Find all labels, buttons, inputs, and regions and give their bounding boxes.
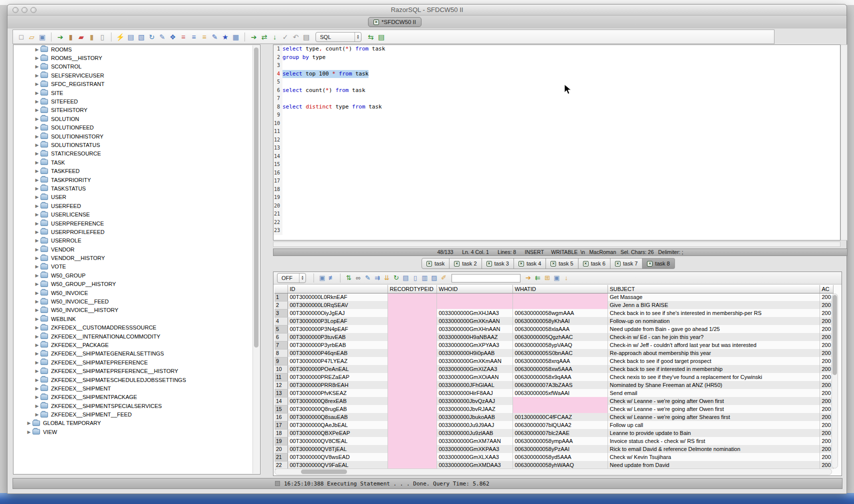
align-sql-icon[interactable]: ≡ (199, 32, 210, 42)
row-number-cell[interactable]: 5 (274, 325, 288, 333)
save-icon[interactable]: ▣ (37, 32, 48, 42)
grid-cell[interactable]: 0033000000JbvQzAAJ (436, 397, 512, 405)
disclosure-triangle-icon[interactable]: ▶ (34, 194, 40, 200)
grid-cell[interactable]: 006300000058ypVAAQ (512, 341, 608, 349)
editor-line[interactable]: 22 (274, 218, 840, 227)
row-number-cell[interactable]: 18 (274, 429, 288, 437)
open-file-icon[interactable]: ▱ (26, 32, 37, 42)
grid-cell[interactable] (388, 413, 436, 421)
tree-item[interactable]: ▶TASK (14, 158, 260, 166)
editor-vertical-scrollbar[interactable] (840, 44, 848, 240)
add-notes-icon[interactable]: ⊞ (542, 273, 552, 283)
close-connection-icon[interactable]: × (374, 20, 379, 25)
search-go-icon[interactable]: ➔ (524, 273, 533, 283)
row-number-cell[interactable]: 13 (274, 389, 288, 397)
connection-info-icon[interactable]: ▯ (97, 32, 108, 42)
results-view-icon[interactable]: ▤ (376, 32, 386, 42)
disclosure-triangle-icon[interactable]: ▶ (34, 230, 40, 234)
undo-icon[interactable]: ↶ (290, 32, 301, 42)
grid-cell[interactable]: 0033000000H9i0pAAB (436, 349, 512, 357)
execute-sql-icon[interactable]: ⚡ (115, 32, 126, 42)
insert-row-icon[interactable]: ⇉ (372, 273, 382, 283)
disconnect-icon[interactable]: ▮ (66, 32, 76, 42)
grid-cell[interactable] (388, 309, 436, 317)
grid-cell[interactable]: 00T3000000P3tuvEAB (288, 333, 388, 341)
execute-file-icon[interactable]: ▧ (136, 32, 146, 42)
grid-cell[interactable]: 00T3000000P46qnEAB (288, 349, 388, 357)
disclosure-triangle-icon[interactable]: ▶ (34, 168, 40, 174)
grid-cell[interactable]: 00630000007blQUAA2 (512, 421, 608, 429)
disclosure-triangle-icon[interactable]: ▶ (34, 116, 40, 122)
grid-cell[interactable] (436, 293, 512, 301)
reload-query-icon[interactable]: ↻ (392, 273, 401, 283)
grid-cell[interactable]: Re-approach about membership this year (608, 349, 820, 357)
tree-item[interactable]: ▶SCONTROL (14, 62, 260, 71)
editor-line[interactable]: 2group by type (274, 54, 840, 62)
tree-item[interactable]: ▶SFDC_REGISTRANT (14, 80, 260, 88)
grid-cell[interactable]: 00T3000000PREZaEAP (288, 373, 388, 381)
row-number-cell[interactable]: 2 (274, 301, 288, 309)
grid-cell[interactable]: 0033000000JbvRJAAZ (436, 405, 512, 413)
tree-item[interactable]: ▶W50_INVOICE (14, 288, 260, 297)
grid-cell[interactable]: 00T3000000L0RknEAF (288, 293, 388, 301)
grid-cell[interactable]: 006300000058ympAAA (512, 437, 608, 445)
editor-line[interactable]: 4select top 100 * from task (274, 70, 840, 78)
grid-cell[interactable] (388, 341, 436, 349)
help-book-icon[interactable]: ❖ (168, 32, 178, 42)
grid-cell[interactable]: Check w/ Leanne - we're going after Owen… (608, 405, 820, 413)
disclosure-triangle-icon[interactable]: ▶ (34, 247, 40, 252)
disclosure-triangle-icon[interactable]: ▶ (34, 299, 40, 304)
tree-item[interactable]: ▶GLOBAL TEMPORARY (14, 419, 260, 428)
grid-cell[interactable] (388, 421, 436, 429)
disclosure-triangle-icon[interactable]: ▶ (34, 308, 40, 312)
sql-editor[interactable]: 1select type, count(*) from task2group b… (273, 44, 840, 240)
grid-cell[interactable]: 00T3000000Q8sauEAB (288, 413, 388, 421)
save-results-icon[interactable]: ▣ (318, 273, 327, 283)
grid-cell[interactable] (388, 317, 436, 325)
tree-item[interactable]: ▶VIEW (14, 428, 260, 436)
disclosure-triangle-icon[interactable]: ▶ (34, 264, 40, 269)
statement-type-select[interactable]: SQL ▲▼ (316, 32, 362, 42)
editor-line[interactable]: 1select type, count(*) from task (274, 45, 840, 54)
disclosure-triangle-icon[interactable]: ▶ (34, 186, 40, 191)
tree-item[interactable]: ▶ZKFEDEX__SHIPMATEGENERALSETTINGS (14, 350, 260, 358)
grid-cell[interactable]: 00630000007blc2AAE (512, 429, 608, 437)
grid-cell[interactable]: Rick to email David & reference Delmonte… (608, 445, 820, 453)
grid-cell[interactable]: 0033000000HirF8AAJ (436, 389, 512, 397)
grid-cell[interactable]: 00630000005xfWaAAI (512, 389, 608, 397)
grid-cell[interactable] (388, 453, 436, 461)
row-number-cell[interactable]: 1 (274, 293, 288, 301)
row-number-cell[interactable]: 20 (274, 445, 288, 453)
close-tab-icon[interactable]: × (583, 261, 588, 266)
disclosure-triangle-icon[interactable]: ▶ (34, 142, 40, 148)
tree-item[interactable]: ▶ZKFEDEX__SHIPMATEPREFERENCE (14, 358, 260, 366)
tree-item[interactable]: ▶USERLICENSE (14, 210, 260, 218)
result-tab[interactable]: ×task 4 (514, 258, 546, 269)
grid-cell[interactable]: 00T3000000PRR8rEAH (288, 381, 388, 389)
grid-cell[interactable]: 006300000058xw5AAA (512, 365, 608, 373)
tree-item[interactable]: ▶ZKFEDEX__SHIPMENT (14, 384, 260, 392)
disclosure-triangle-icon[interactable]: ▶ (34, 64, 40, 69)
grid-cell[interactable]: Invoice status check - check w/ RS first (608, 437, 820, 445)
generate-sql-icon[interactable]: ✐ (439, 273, 448, 283)
grid-cell[interactable]: Check nexis to see if they've found a re… (608, 373, 820, 381)
disclosure-triangle-icon[interactable]: ▶ (34, 256, 40, 260)
tree-item[interactable]: ▶TASKPRIORITY (14, 176, 260, 184)
grid-cell[interactable]: Check back to see if interested in membe… (608, 365, 820, 373)
row-number-cell[interactable]: 15 (274, 405, 288, 413)
disclosure-triangle-icon[interactable]: ▶ (26, 420, 32, 426)
compare-icon[interactable]: ⇆ (366, 32, 376, 42)
disclosure-triangle-icon[interactable]: ▶ (34, 325, 40, 330)
disclosure-triangle-icon[interactable]: ▶ (34, 56, 40, 60)
grid-cell[interactable] (388, 429, 436, 437)
row-number-cell[interactable]: 9 (274, 357, 288, 365)
column-header[interactable]: RECORDTYPEID (388, 285, 436, 293)
disclosure-triangle-icon[interactable]: ▶ (34, 238, 40, 243)
connect-icon[interactable]: ➔ (55, 32, 66, 42)
grid-cell[interactable]: 00630000007A3bZAAS (512, 381, 608, 389)
result-tab[interactable]: ×task 6 (578, 258, 610, 269)
grid-cell[interactable] (388, 461, 436, 469)
grid-cell[interactable]: Check-in w/ Jeff - couldn't afford last … (608, 341, 820, 349)
check-syntax-icon[interactable]: ✓ (280, 32, 290, 42)
grid-cell[interactable]: Give Jenn a BIG RAISE (608, 301, 820, 309)
